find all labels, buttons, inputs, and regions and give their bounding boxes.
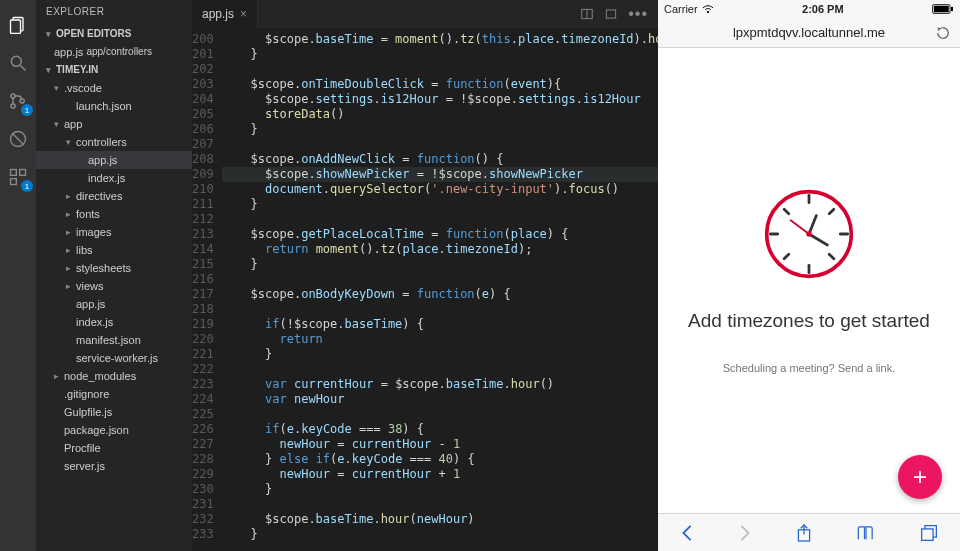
ios-simulator: Carrier 2:06 PM lpxpmtdqvv.localtunnel.m… xyxy=(658,0,960,551)
project-section[interactable]: ▾TIMEY.IN xyxy=(36,61,192,79)
open-editor-file[interactable]: app.js app/controllers xyxy=(36,43,192,61)
empty-state-heading: Add timezones to get started xyxy=(688,310,930,332)
svg-rect-34 xyxy=(922,528,933,539)
svg-rect-17 xyxy=(934,6,949,13)
svg-point-6 xyxy=(20,99,24,103)
git-icon[interactable]: 1 xyxy=(5,88,31,114)
svg-rect-9 xyxy=(11,170,17,176)
tree-item[interactable]: ▾.vscode xyxy=(36,79,192,97)
tree-item[interactable]: Procfile xyxy=(36,439,192,457)
tree-item[interactable]: index.js xyxy=(36,313,192,331)
url-text: lpxpmtdqvv.localtunnel.me xyxy=(733,25,885,40)
tab-label: app.js xyxy=(202,7,234,21)
tree-item[interactable]: index.js xyxy=(36,169,192,187)
tab-bar: app.js × ••• xyxy=(192,0,658,28)
git-badge: 1 xyxy=(21,104,33,116)
carrier-label: Carrier xyxy=(664,3,698,15)
forward-icon[interactable] xyxy=(738,524,752,542)
split-editor-icon[interactable] xyxy=(580,7,594,21)
add-fab[interactable]: + xyxy=(898,455,942,499)
show-opened-icon[interactable] xyxy=(604,7,618,21)
reload-icon[interactable] xyxy=(936,26,950,40)
svg-rect-11 xyxy=(11,179,17,185)
tree-item[interactable]: ▸node_modules xyxy=(36,367,192,385)
tree-item[interactable]: Gulpfile.js xyxy=(36,403,192,421)
tree-item[interactable]: ▸views xyxy=(36,277,192,295)
tab-app-js[interactable]: app.js × xyxy=(192,0,258,28)
svg-line-8 xyxy=(12,133,24,145)
extensions-icon[interactable]: 1 xyxy=(5,164,31,190)
close-icon[interactable]: × xyxy=(240,7,247,21)
open-editors-section[interactable]: ▾OPEN EDITORS xyxy=(36,25,192,43)
tree-item[interactable]: ▸stylesheets xyxy=(36,259,192,277)
explorer-title: EXPLORER xyxy=(36,0,192,23)
tree-item[interactable]: launch.json xyxy=(36,97,192,115)
share-icon[interactable] xyxy=(796,523,812,543)
tree-item[interactable]: ▸directives xyxy=(36,187,192,205)
code-content[interactable]: $scope.baseTime = moment().tz(this.place… xyxy=(222,28,658,551)
phone-content: Add timezones to get started Scheduling … xyxy=(658,48,960,513)
explorer-icon[interactable] xyxy=(5,12,31,38)
ext-badge: 1 xyxy=(21,180,33,192)
tree-item[interactable]: app.js xyxy=(36,151,192,169)
activity-bar: 1 1 xyxy=(0,0,36,551)
ios-status-bar: Carrier 2:06 PM xyxy=(658,0,960,18)
tree-item[interactable]: .gitignore xyxy=(36,385,192,403)
battery-icon xyxy=(932,4,954,14)
tree-item[interactable]: ▸libs xyxy=(36,241,192,259)
tree-item[interactable]: service-worker.js xyxy=(36,349,192,367)
plus-icon: + xyxy=(913,463,927,491)
svg-point-31 xyxy=(806,231,812,237)
address-bar[interactable]: lpxpmtdqvv.localtunnel.me xyxy=(658,18,960,48)
svg-point-15 xyxy=(707,11,709,13)
status-time: 2:06 PM xyxy=(714,3,932,15)
wifi-icon xyxy=(702,4,714,14)
search-icon[interactable] xyxy=(5,50,31,76)
tree-item[interactable]: app.js xyxy=(36,295,192,313)
tree-item[interactable]: ▸images xyxy=(36,223,192,241)
clock-illustration xyxy=(763,188,855,280)
svg-line-3 xyxy=(21,66,26,71)
tree-item[interactable]: ▾app xyxy=(36,115,192,133)
explorer-sidebar: EXPLORER ▾OPEN EDITORS app.js app/contro… xyxy=(36,0,192,551)
bookmarks-icon[interactable] xyxy=(856,524,876,542)
line-gutter: 2002012022032042052062072082092102112122… xyxy=(192,28,222,551)
file-tree: ▾OPEN EDITORS app.js app/controllers ▾TI… xyxy=(36,23,192,477)
tree-item[interactable]: server.js xyxy=(36,457,192,475)
tree-item[interactable]: ▾controllers xyxy=(36,133,192,151)
more-icon[interactable]: ••• xyxy=(628,5,648,23)
svg-point-5 xyxy=(11,104,15,108)
editor-area: app.js × ••• 200201202203204205206207208… xyxy=(192,0,658,551)
svg-rect-10 xyxy=(20,170,26,176)
back-icon[interactable] xyxy=(680,524,694,542)
svg-point-2 xyxy=(11,56,21,66)
tabs-icon[interactable] xyxy=(920,524,938,542)
tree-item[interactable]: manifest.json xyxy=(36,331,192,349)
svg-rect-18 xyxy=(951,7,953,11)
tree-item[interactable]: ▸fonts xyxy=(36,205,192,223)
svg-rect-1 xyxy=(11,20,21,33)
safari-toolbar xyxy=(658,513,960,551)
tree-item[interactable]: package.json xyxy=(36,421,192,439)
code-area[interactable]: 2002012022032042052062072082092102112122… xyxy=(192,28,658,551)
svg-point-4 xyxy=(11,94,15,98)
empty-state-subtext: Scheduling a meeting? Send a link. xyxy=(723,362,895,374)
debug-icon[interactable] xyxy=(5,126,31,152)
svg-rect-14 xyxy=(607,10,616,18)
